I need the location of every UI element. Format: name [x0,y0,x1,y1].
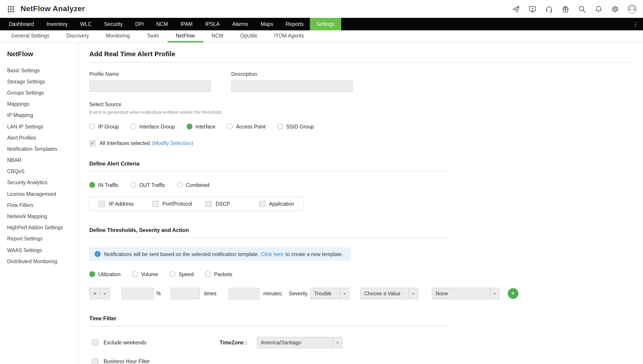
subnav-tab-discovery[interactable]: Discovery [58,30,97,42]
add-threshold-button[interactable]: + [507,288,518,299]
sidebar-item-waas-settings[interactable]: WAAS Settings [7,244,78,256]
sidebar-item-security-analytics[interactable]: Security Analytics [7,177,78,188]
exclude-weekends-label: Exclude weekends [104,340,146,345]
sidebar-item-basic-settings[interactable]: Basic Settings [7,65,78,76]
thresholds-divider [89,237,447,238]
source-option-ip-group[interactable]: IP Group [89,124,119,129]
radio-icon [177,182,183,188]
profile-name-input[interactable] [89,80,211,92]
notifications-bell-icon[interactable] [594,5,602,13]
traffic-option-out[interactable]: OUT Traffic [130,182,165,188]
threshold-value-input[interactable] [121,288,154,299]
thresholds-heading: Define Thresholds, Severity and Action [89,227,631,233]
radio-icon [170,271,175,277]
nav-tab-ncm[interactable]: NCM [150,18,174,30]
all-interfaces-checkbox[interactable] [89,140,96,146]
chevron-down-icon: ▼ [408,288,418,299]
search-icon[interactable] [578,5,586,13]
minutes-input[interactable] [228,288,259,299]
description-input[interactable] [231,80,353,92]
sidebar-item-license-management[interactable]: License Management [7,188,78,200]
rocket-icon[interactable] [512,5,520,13]
metric-option-packets[interactable]: Packets [205,271,232,277]
sidebar-item-cbqos[interactable]: CBQoS [7,166,78,177]
nav-tab-dashboard[interactable]: Dashboard [3,18,41,30]
select-source-hint: Event is generated when individual entit… [89,109,631,115]
sidebar-item-highperf-addon-settings[interactable]: HighPerf Addon Settings [7,222,78,233]
nav-tab-security[interactable]: Security [98,18,129,30]
exclude-weekends-checkbox[interactable] [92,340,98,346]
action-dropdown[interactable]: Choose a Value ▼ [360,288,418,299]
sidebar-item-groups-settings[interactable]: Groups Settings [7,87,78,98]
chevron-down-icon: ▼ [340,288,349,299]
criteria-port-protocol[interactable]: Port/Protocol [143,201,196,207]
subnav-tab-ncm[interactable]: NCM [203,30,232,42]
gift-icon[interactable] [561,5,569,13]
subnav-tab-netflow[interactable]: NetFlow [167,30,203,42]
timezone-dropdown[interactable]: America/Santiago ▼ [257,337,343,348]
subnav-tab-itom-agents[interactable]: ITOM Agents [266,30,312,42]
nav-tab-settings[interactable]: Settings [310,18,341,30]
minutes-label: minutes; [263,291,283,296]
sidebar-item-distributed-monitoring[interactable]: Distributed Monitoring [7,256,78,267]
sidebar-item-network-mapping[interactable]: Network Mapping [7,211,78,222]
click-here-link[interactable]: Click here [261,251,283,257]
user-avatar[interactable] [627,4,637,14]
description-label: Description [231,71,353,77]
metric-option-speed[interactable]: Speed [170,271,194,277]
nav-tab-reports[interactable]: Reports [279,18,310,30]
modify-selection-link[interactable]: (Modify Selection) [152,140,193,146]
criteria-application[interactable]: Application [250,201,303,207]
radio-icon [130,182,136,188]
notice-text-post: to create a new template. [285,251,343,257]
notification-template-dropdown[interactable]: None ▼ [432,288,499,299]
metric-option-utilization[interactable]: Utilization [89,271,121,277]
demo-screen-icon[interactable] [528,5,536,13]
traffic-option-combined[interactable]: Combined [177,182,209,188]
severity-label: Severity [289,291,307,296]
radio-icon [132,271,138,277]
subnav-tab-monitoring[interactable]: Monitoring [97,30,138,42]
metric-option-volume[interactable]: Volume [132,271,158,277]
profile-name-label: Profile Name [89,71,211,77]
severity-dropdown[interactable]: Trouble ▼ [310,288,350,299]
subnav-tab-oputils[interactable]: OpUtils [232,30,265,42]
traffic-option-in[interactable]: IN Traffic [89,182,119,188]
nav-tab-ipsla[interactable]: IPSLA [199,18,226,30]
headset-icon[interactable] [545,5,553,13]
app-header: NetFlow Analyzer [0,0,643,18]
radio-checked-icon [89,271,95,277]
subnav-tab-general-settings[interactable]: General Settings [3,30,58,42]
nav-tab-ipam[interactable]: IPAM [174,18,199,30]
sidebar-item-notification-templates[interactable]: Notification Templates [7,144,78,154]
sidebar-item-lan-ip-settings[interactable]: LAN IP Settings [7,121,78,132]
apps-grid-icon[interactable] [6,4,15,14]
sidebar-item-nbar[interactable]: NBAR [7,154,78,166]
criteria-ip-address[interactable]: IP Address [90,201,143,207]
source-option-interface[interactable]: Interface [186,124,215,129]
sidebar-item-mappings[interactable]: Mappings [7,98,78,110]
nav-tab-wlc[interactable]: WLC [74,18,98,30]
alert-criteria-divider [89,171,447,171]
subnav-tab-tools[interactable]: Tools [138,30,167,42]
source-option-interface-group[interactable]: Interface Group [130,124,175,129]
nav-overflow-menu-icon[interactable]: ⋮ [628,18,643,30]
sidebar-item-ip-mapping[interactable]: IP Mapping [7,110,78,121]
criteria-dscp[interactable]: DSCP [196,201,250,207]
nav-tab-maps[interactable]: Maps [254,18,279,30]
settings-gear-icon[interactable] [611,5,619,13]
source-option-access-point[interactable]: Access Point [227,124,266,129]
nav-tab-inventory[interactable]: Inventory [41,18,74,30]
source-option-ssid-group[interactable]: SSID Group [277,124,314,129]
business-hour-checkbox[interactable] [92,358,98,364]
operator-dropdown[interactable]: > ▼ [89,288,110,299]
sidebar-item-flow-filters[interactable]: Flow Filters [7,200,78,211]
sidebar-item-report-settings[interactable]: Report Settings [7,233,78,244]
nav-tab-dpi[interactable]: DPI [129,18,150,30]
nav-tab-alarms[interactable]: Alarms [226,18,254,30]
sidebar-item-storage-settings[interactable]: Storage Settings [7,76,78,87]
times-input[interactable] [171,288,200,299]
chevron-down-icon: ▼ [100,288,109,299]
sidebar-item-alert-profiles[interactable]: Alert Profiles [7,132,78,143]
app-title: NetFlow Analyzer [21,4,85,14]
